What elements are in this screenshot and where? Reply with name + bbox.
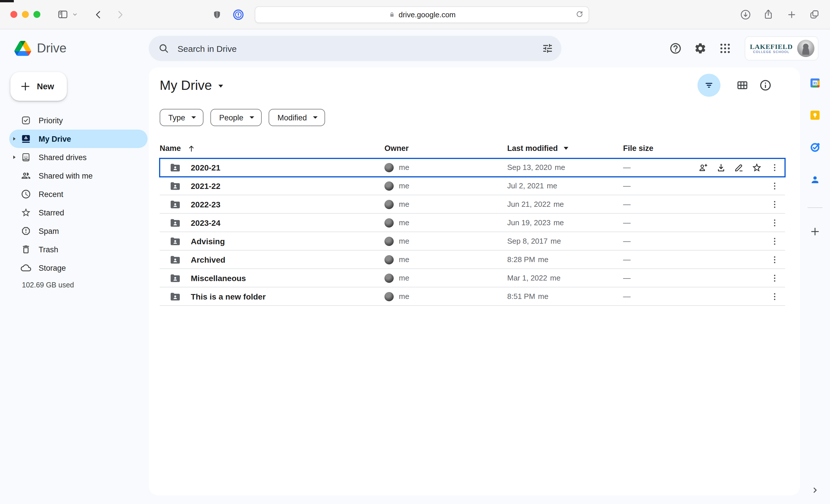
forward-icon[interactable]	[113, 7, 127, 22]
folder-shared-icon	[169, 162, 181, 173]
add-addon-icon[interactable]	[809, 226, 821, 237]
drive-search-bar[interactable]	[149, 36, 562, 61]
table-row[interactable]: AdvisingmeSep 8, 2017me—	[160, 232, 785, 250]
calendar-icon[interactable]: 31	[809, 77, 821, 89]
table-row[interactable]: Archivedme8:28 PMme—	[160, 250, 785, 269]
file-browser-card: My Drive TypePeopleModifie	[149, 67, 800, 495]
url-text: drive.google.com	[398, 10, 456, 19]
info-icon[interactable]	[754, 74, 777, 97]
sidebar-item-starred[interactable]: Starred	[9, 203, 148, 222]
table-row[interactable]: 2023-24meJun 19, 2023me—	[160, 214, 785, 232]
sidebar-item-recent[interactable]: Recent	[9, 185, 148, 203]
shared-with-me-icon	[21, 170, 31, 181]
table-row[interactable]: 2022-23meJun 21, 2022me—	[160, 195, 785, 214]
avatar[interactable]	[797, 40, 815, 57]
address-bar[interactable]: drive.google.com	[255, 6, 589, 23]
tab-group-chevron-icon[interactable]	[72, 11, 78, 17]
chevron-down-icon	[250, 116, 254, 119]
help-icon[interactable]	[664, 37, 687, 60]
share-person-add-icon[interactable]	[698, 162, 708, 172]
table-row[interactable]: 2021-22meJul 2, 2021me—	[160, 177, 785, 195]
chevron-right-icon[interactable]	[810, 485, 820, 495]
table-row[interactable]: This is a new folderme8:51 PMme—	[160, 288, 785, 306]
minimize-window-button[interactable]	[22, 11, 29, 18]
sidebar-item-storage[interactable]: Storage	[9, 259, 148, 277]
account-button[interactable]: LAKEFIELD COLLEGE SCHOOL	[745, 36, 819, 61]
sidebar-item-priority[interactable]: Priority	[9, 111, 148, 130]
new-tab-icon[interactable]	[784, 7, 799, 22]
sidebar-toggle-icon[interactable]	[55, 7, 70, 22]
more-options-icon[interactable]	[769, 199, 780, 209]
search-icon[interactable]	[158, 43, 169, 54]
drive-logo-icon	[14, 41, 31, 56]
sidebar-item-spam[interactable]: Spam	[9, 222, 148, 240]
expand-arrow-icon[interactable]	[10, 137, 19, 140]
sidebar-item-my-drive[interactable]: My Drive	[9, 130, 148, 148]
more-options-icon[interactable]	[769, 217, 780, 228]
table-row[interactable]: 2020-21meSep 13, 2020me—	[160, 158, 785, 177]
back-icon[interactable]	[91, 7, 105, 22]
privacy-shield-icon[interactable]	[209, 7, 224, 22]
sidebar-item-label: Priority	[39, 116, 63, 125]
contacts-icon[interactable]	[809, 174, 821, 186]
more-options-icon[interactable]	[769, 273, 780, 283]
more-options-icon[interactable]	[769, 180, 780, 191]
search-options-icon[interactable]	[542, 43, 553, 54]
chip-label: Type	[168, 113, 185, 122]
modified-date: Mar 1, 2022	[507, 274, 547, 282]
safari-window: drive.google.com Drive	[0, 0, 830, 504]
download-page-icon[interactable]	[738, 7, 753, 22]
tab-overview-icon[interactable]	[807, 7, 822, 22]
tasks-icon[interactable]	[809, 142, 821, 153]
table-row[interactable]: MiscellaneousmeMar 1, 2022me—	[160, 269, 785, 288]
apps-grid-icon[interactable]	[713, 37, 737, 60]
drive-header: Drive	[0, 29, 830, 67]
drive-sidebar: New PriorityMy DriveShared drivesShared …	[0, 67, 149, 504]
onepassword-icon[interactable]	[230, 7, 246, 22]
owner-name: me	[399, 218, 409, 227]
page-title[interactable]: My Drive	[160, 77, 212, 93]
column-header-owner[interactable]: Owner	[384, 144, 507, 153]
more-options-icon[interactable]	[769, 162, 780, 172]
sidebar-item-trash[interactable]: Trash	[9, 240, 148, 259]
more-options-icon[interactable]	[769, 254, 780, 265]
column-header-modified[interactable]: Last modified	[507, 144, 623, 153]
download-icon[interactable]	[716, 162, 726, 172]
more-options-icon[interactable]	[769, 291, 780, 302]
filter-chip-type[interactable]: Type	[160, 109, 204, 126]
sidebar-item-label: Shared with me	[39, 171, 93, 180]
chip-label: People	[219, 113, 244, 122]
expand-arrow-icon[interactable]	[10, 156, 19, 159]
filter-chip-people[interactable]: People	[211, 109, 262, 126]
owner-avatar	[384, 163, 394, 172]
drive-logo[interactable]: Drive	[0, 41, 149, 56]
file-size: —	[623, 274, 692, 282]
more-options-icon[interactable]	[769, 236, 780, 246]
filter-icon[interactable]	[697, 74, 721, 97]
grid-view-icon[interactable]	[731, 74, 754, 97]
sidebar-item-shared-drives[interactable]: Shared drives	[9, 148, 148, 166]
column-header-size[interactable]: File size	[623, 144, 692, 153]
search-input[interactable]	[177, 43, 542, 54]
modified-by: me	[553, 218, 564, 227]
priority-icon	[21, 115, 31, 126]
keep-icon[interactable]	[809, 109, 821, 121]
share-icon[interactable]	[761, 7, 776, 22]
filter-chip-modified[interactable]: Modified	[269, 109, 325, 126]
close-window-button[interactable]	[10, 11, 17, 18]
star-icon[interactable]	[752, 162, 762, 172]
column-header-name[interactable]: Name	[160, 144, 384, 153]
workspace-side-panel: 31	[800, 67, 830, 504]
modified-date: Sep 13, 2020	[507, 163, 552, 172]
reload-icon[interactable]	[575, 9, 584, 18]
file-size: —	[623, 200, 692, 208]
owner-avatar	[384, 218, 394, 227]
title-dropdown-caret-icon[interactable]	[218, 85, 223, 88]
zoom-window-button[interactable]	[33, 11, 40, 18]
rename-icon[interactable]	[734, 162, 744, 172]
settings-gear-icon[interactable]	[689, 37, 712, 60]
sidebar-item-shared-with-me[interactable]: Shared with me	[9, 166, 148, 185]
folder-shared-icon	[169, 291, 181, 302]
new-button[interactable]: New	[10, 72, 67, 101]
row-actions	[692, 180, 785, 191]
